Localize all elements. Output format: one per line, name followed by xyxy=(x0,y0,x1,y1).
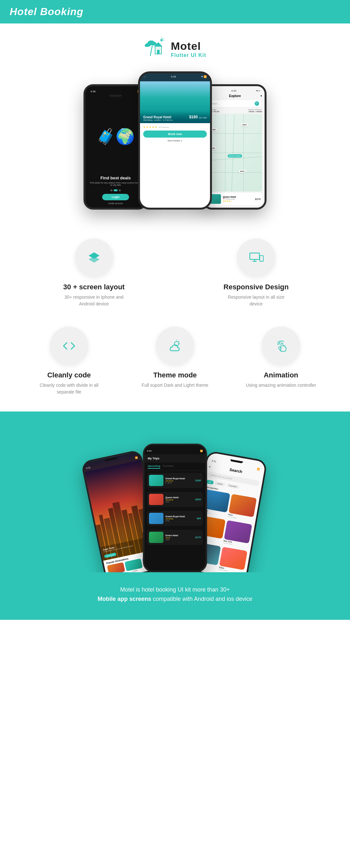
explore-map[interactable]: $60 $200 $180 $170 London $200 xyxy=(207,114,262,192)
map-roads xyxy=(207,114,262,192)
feature-screens-desc: 30+ responsive in Iphone and Android dev… xyxy=(59,294,130,307)
bp-right-back[interactable]: ✕ xyxy=(209,465,211,468)
bp-hotel-price-3: $60 xyxy=(197,517,201,520)
cloud-icon xyxy=(167,338,183,354)
feature-animation: Animation Using amazing animation contro… xyxy=(231,327,331,396)
phone-left-illustration: 🧳🌍 xyxy=(96,98,135,176)
notch-left xyxy=(109,95,122,97)
bp-hotel-price-4: $170 xyxy=(195,536,201,539)
features-grid-3: Cleanly code Cleanly code with divide in… xyxy=(0,320,350,411)
bp-tab-favorites[interactable]: Favorites xyxy=(163,465,173,469)
dot-2 xyxy=(114,189,117,191)
city-view-btn[interactable]: View Hotels xyxy=(104,552,117,558)
bp-hotel-img-1 xyxy=(149,475,164,486)
bp-hotel-info-2: Queen Hotel ★★★★★ ★ 4.0 xyxy=(165,496,193,503)
feature-animation-circle xyxy=(262,327,300,365)
bp-hotel-4: Green Hotel ★★★ ★ 3.5 $170 xyxy=(147,530,203,545)
center-hotel-price: $180 /per night xyxy=(189,115,207,119)
hotel-card-price: $170 xyxy=(255,198,261,200)
explore-header: ← Explore ♥ xyxy=(207,94,262,98)
cat-all[interactable]: All xyxy=(206,479,214,485)
svg-rect-18 xyxy=(260,255,263,261)
date-rooms-row: Choose date 29, Sep - 04, Oct Number of … xyxy=(207,108,262,113)
header-title: Hotel Booking xyxy=(10,6,83,18)
bp-hotel-loc-1: 9 · ★ 4.5 xyxy=(165,482,193,484)
phone-left-subtext: Find deals for any season from cosy coun… xyxy=(89,182,143,186)
phone-right: ← 6:30 ♥ ≡ ← Explore ♥ London... 🔍 Choos… xyxy=(202,84,267,210)
star-5: ★ xyxy=(155,126,157,129)
place-img-paris xyxy=(228,494,257,517)
bp-hotel-info-3: Grand Royal Hotel ★★★★★ ★ 4.8 xyxy=(165,515,195,522)
svg-line-12 xyxy=(232,114,235,192)
explore-search-btn[interactable]: 🔍 xyxy=(255,101,259,106)
center-stars-row: ★ ★ ★ ★ ★ 80 Reviews xyxy=(143,126,207,129)
phone-center: ← 6:34 ♥ 📶 Grand Royal Hotel Wembley, Lo… xyxy=(138,71,212,210)
dot-3 xyxy=(119,189,121,191)
feature-code-circle xyxy=(50,327,88,365)
place-img-newyork xyxy=(224,520,252,544)
bp-hotel-img-3 xyxy=(149,513,164,524)
feature-theme: Theme mode Full suport Dark and Lighrt t… xyxy=(125,327,225,396)
cat-fav[interactable]: Favorites xyxy=(226,483,240,489)
phone-create-account[interactable]: create account xyxy=(108,202,123,205)
phone-center-bottom: ★ ★ ★ ★ ★ 80 Reviews Book now More Detai… xyxy=(140,123,210,208)
feature-screens-circle xyxy=(75,239,113,277)
phone-left-time: 6:38 xyxy=(91,90,96,93)
svg-point-7 xyxy=(160,39,163,41)
bottom-phones-section: 6:31📶 Cape Town Extraordinary xyxy=(0,411,350,572)
dest-item-2: London xyxy=(125,558,143,572)
feature-theme-circle xyxy=(156,327,194,365)
more-details[interactable]: More Details ∨ xyxy=(143,140,207,142)
logo-section: Motel Flutter UI Kit xyxy=(0,24,350,71)
star-4: ★ xyxy=(152,126,154,129)
hotel-card-stars: ★★★★☆ xyxy=(223,200,253,203)
feature-responsive: Responsive Design Responsive layout in a… xyxy=(181,239,331,307)
gesture-icon xyxy=(273,338,289,354)
place-img-tokyo xyxy=(219,547,248,570)
feature-screens: 30 + screen layout 30+ responsive in Iph… xyxy=(19,239,169,307)
rooms-col: Number of Rooms 1 Room · 2 Adults xyxy=(248,108,262,113)
svg-line-10 xyxy=(163,38,164,39)
bp-hotel-stars-4: ★★★ xyxy=(165,536,193,539)
bp-hotel-price-1: $180 xyxy=(195,479,201,482)
bp-center-header: My Trips xyxy=(144,454,206,463)
code-icon xyxy=(61,338,77,354)
bp-hotel-3: Grand Royal Hotel ★★★★★ ★ 4.8 $60 xyxy=(147,511,203,526)
center-reviews: 80 Reviews xyxy=(159,126,169,128)
bp-hotel-stars-2: ★★★★★ xyxy=(165,499,193,501)
svg-rect-15 xyxy=(250,253,259,259)
feature-theme-title: Theme mode xyxy=(153,371,197,379)
feature-responsive-title: Responsive Design xyxy=(223,283,289,291)
footer-text: Motel is hotel booking UI kit more than … xyxy=(120,586,230,593)
explore-heart[interactable]: ♥ xyxy=(260,94,262,97)
star-1: ★ xyxy=(143,126,145,129)
bp-hotel-price-2: $200 xyxy=(195,498,201,501)
feature-animation-desc: Using amazing animation controller xyxy=(246,382,316,389)
feature-theme-desc: Full suport Dark and Lighrt theme xyxy=(142,382,208,389)
bp-hotel-1: Grand Royal Hotel ★★★★★ 9 · ★ 4.5 $180 xyxy=(147,473,203,488)
bp-hotel-loc-3: ★ 4.8 xyxy=(165,520,195,522)
bp-hotel-stars-1: ★★★★★ xyxy=(165,479,193,482)
feature-responsive-desc: Responsive layout in all size device xyxy=(221,294,291,307)
bp-hotel-loc-4: ★ 3.5 xyxy=(165,539,193,541)
book-now-btn[interactable]: Book now xyxy=(143,130,207,137)
phone-left-headline: Find best deals xyxy=(101,176,131,180)
bp-hotel-2: Queen Hotel ★★★★★ ★ 4.0 $200 xyxy=(147,492,203,507)
logo-icon xyxy=(144,36,166,62)
feature-code-title: Cleanly code xyxy=(47,371,91,379)
bp-hotel-name-1: Grand Royal Hotel xyxy=(165,477,193,479)
features-section: 30 + screen layout 30+ responsive in Iph… xyxy=(0,222,350,320)
star-3: ★ xyxy=(149,126,151,129)
explore-search-bar[interactable]: London... 🔍 xyxy=(207,100,262,107)
logo-text-block: Motel Flutter UI Kit xyxy=(171,40,206,58)
phone-login-btn[interactable]: Login xyxy=(102,194,130,200)
dot-1 xyxy=(110,189,112,191)
footer-desc: Motel is hotel booking UI kit more than … xyxy=(32,585,318,604)
bp-search-text: Where are you going? xyxy=(211,474,233,480)
svg-line-0 xyxy=(150,46,152,56)
cat-hotels[interactable]: Hotels xyxy=(214,481,226,487)
phone-center-time: 6:34 xyxy=(171,75,176,78)
bp-center-phone: 6:44📶 My Trips Upcoming Favorites Grand … xyxy=(143,444,207,572)
bp-tab-upcoming[interactable]: Upcoming xyxy=(148,465,160,469)
logo-name: Motel xyxy=(171,40,206,53)
